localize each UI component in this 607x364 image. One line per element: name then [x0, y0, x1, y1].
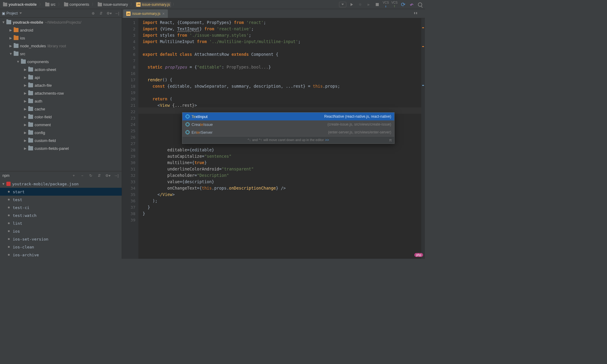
crumb[interactable]: components	[63, 2, 90, 7]
expand-icon[interactable]: ▶	[24, 131, 27, 135]
crumb[interactable]: issue-summary	[97, 2, 129, 7]
run-button[interactable]	[349, 2, 355, 8]
tree-item[interactable]: ▶comment	[0, 121, 122, 129]
tree-item[interactable]: ▶ios	[0, 34, 122, 42]
tree-item[interactable]: ▶cache	[0, 105, 122, 113]
npm-script[interactable]: ios-archive	[0, 251, 122, 259]
autocomplete-popup[interactable]: TextInputReactNative (react-native.js, r…	[182, 112, 395, 144]
tree-item[interactable]: ▶custom-field	[0, 136, 122, 144]
tree-item[interactable]: ▶attachments-row	[0, 89, 122, 97]
line-number[interactable]: 32	[122, 172, 135, 179]
crumb[interactable]: src	[44, 2, 57, 7]
expand-icon[interactable]: ▼	[16, 60, 19, 63]
line-number[interactable]: 38	[122, 211, 135, 217]
line-number[interactable]: 33	[122, 179, 135, 185]
line-number[interactable]: 4	[122, 39, 135, 45]
vcs-update-icon[interactable]: ↓	[385, 4, 387, 8]
npm-script[interactable]: ios-clean	[0, 243, 122, 251]
project-tree[interactable]: ▼ youtrack-mobile ~/WebstormProjects/ ▶a…	[0, 18, 122, 171]
pi-icon[interactable]: π	[389, 137, 392, 143]
settings-button[interactable]: ⚙▾	[105, 173, 111, 179]
expand-icon[interactable]: ▶	[9, 28, 12, 32]
undo-button[interactable]: ↶	[409, 2, 415, 8]
npm-label[interactable]: npm	[2, 174, 9, 178]
add-button[interactable]: +	[71, 173, 77, 179]
autocomplete-item[interactable]: TextInputReactNative (react-native.js, r…	[182, 113, 394, 120]
pause-icon[interactable]: ▮▮	[414, 11, 418, 15]
expand-icon[interactable]: ▼	[2, 182, 5, 186]
tree-item[interactable]: ▼src	[0, 50, 122, 58]
npm-script[interactable]: ios-set-version	[0, 235, 122, 243]
tree-item[interactable]: ▼components	[0, 58, 122, 66]
line-number[interactable]: 22	[122, 109, 135, 115]
settings-button[interactable]: ⚙▾	[106, 10, 112, 16]
line-number[interactable]: 7	[122, 58, 135, 64]
hide-button[interactable]: →|	[114, 10, 120, 16]
line-number[interactable]: 30	[122, 160, 135, 166]
php-badge[interactable]: php	[414, 253, 423, 257]
crumb-current-file[interactable]: JSissue-summary.js	[135, 2, 171, 7]
line-number[interactable]: 28	[122, 147, 135, 153]
tree-root[interactable]: ▼ youtrack-mobile ~/WebstormProjects/	[0, 18, 122, 26]
refresh-button[interactable]: ↻	[88, 173, 94, 179]
expand-icon[interactable]: ▼	[9, 52, 12, 56]
tree-item[interactable]: ▶api	[0, 73, 122, 81]
line-number[interactable]: 26	[122, 134, 135, 140]
editor-tab[interactable]: JS issue-summary.js ×	[123, 9, 168, 18]
chevron-down-icon[interactable]	[19, 12, 22, 14]
stop-button[interactable]	[374, 2, 380, 8]
line-number[interactable]: 24	[122, 121, 135, 128]
coverage-button[interactable]: ▶	[366, 2, 372, 8]
line-number[interactable]: 36	[122, 198, 135, 204]
line-number[interactable]: 35	[122, 191, 135, 198]
line-number[interactable]: 34	[122, 185, 135, 191]
line-number[interactable]: 23	[122, 115, 135, 121]
npm-script[interactable]: lint	[0, 219, 122, 227]
line-number[interactable]: 19	[122, 89, 135, 96]
tree-item[interactable]: ▶color-field	[0, 113, 122, 121]
more-link[interactable]: >>	[325, 137, 329, 143]
expand-all-button[interactable]: ⇵	[96, 173, 102, 179]
line-number[interactable]: 1	[122, 19, 135, 26]
remove-button[interactable]: −	[79, 173, 85, 179]
tree-item[interactable]: ▶android	[0, 26, 122, 34]
line-number[interactable]: 16	[122, 70, 135, 77]
vcs-commit-icon[interactable]: ↑	[393, 4, 395, 8]
expand-icon[interactable]: ▶	[24, 91, 27, 95]
expand-icon[interactable]: ▶	[9, 36, 12, 40]
npm-script[interactable]: test-ci	[0, 204, 122, 211]
search-everywhere-button[interactable]	[417, 2, 423, 8]
close-icon[interactable]: ×	[162, 11, 164, 16]
expand-icon[interactable]: ▶	[24, 83, 27, 87]
line-number[interactable]: 37	[122, 204, 135, 211]
line-number[interactable]: 17	[122, 77, 135, 83]
expand-icon[interactable]: ▶	[24, 99, 27, 103]
line-number[interactable]: 29	[122, 153, 135, 160]
line-number[interactable]: 3	[122, 32, 135, 39]
expand-icon[interactable]: ▶	[24, 68, 27, 72]
line-number[interactable]: 31	[122, 166, 135, 172]
npm-script[interactable]: start	[0, 188, 122, 196]
line-number[interactable]: 25	[122, 128, 135, 134]
line-number[interactable]: 2	[122, 26, 135, 32]
expand-icon[interactable]: ▶	[24, 123, 27, 127]
npm-script[interactable]: ios	[0, 227, 122, 235]
line-number[interactable]: 27	[122, 140, 135, 147]
line-number[interactable]: 39	[122, 217, 135, 223]
hide-button[interactable]: →|	[113, 173, 119, 179]
expand-icon[interactable]: ▶	[24, 115, 27, 119]
line-number[interactable]: 6	[122, 51, 135, 58]
sync-button[interactable]: ⟳	[400, 2, 406, 8]
tree-item[interactable]: ▶auth	[0, 97, 122, 105]
tree-item[interactable]: ▶action-sheet	[0, 66, 122, 73]
tree-item[interactable]: ▶node_modules library root	[0, 42, 122, 50]
expand-icon[interactable]: ▶	[24, 147, 27, 150]
autocomplete-item[interactable]: EnterServer(enter-server.js, src/views/e…	[182, 128, 394, 136]
npm-tree[interactable]: ▼ youtrack-mobile/package.json starttest…	[0, 180, 122, 259]
line-gutter[interactable]: 1234567816171819202122232425262728293031…	[122, 18, 138, 259]
project-label[interactable]: Project	[6, 11, 18, 15]
expand-icon[interactable]: ▶	[24, 139, 27, 143]
line-number[interactable]: 5	[122, 45, 135, 51]
tree-item[interactable]: ▶config	[0, 129, 122, 136]
locate-button[interactable]: ⊕	[90, 10, 96, 16]
